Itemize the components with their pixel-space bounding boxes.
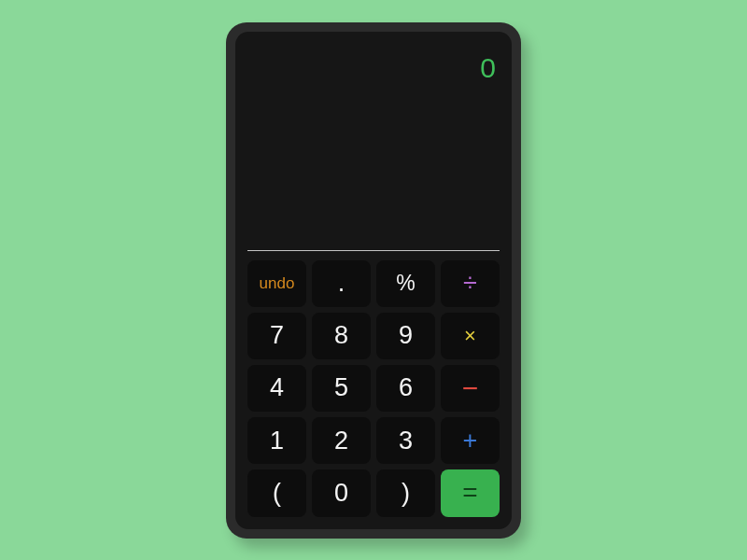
keypad: undo . % ÷ 7 8 9 × 4 5 6 − 1 2 3 + ( 0 )… [247,260,500,517]
undo-button[interactable]: undo [247,260,306,307]
digit-9-button[interactable]: 9 [376,313,435,359]
digit-2-button[interactable]: 2 [312,417,371,464]
close-paren-button[interactable]: ) [376,469,435,516]
minus-button[interactable]: − [441,365,500,412]
digit-4-button[interactable]: 4 [247,365,306,412]
equals-button[interactable]: = [441,469,500,516]
multiply-button[interactable]: × [441,313,500,359]
digit-7-button[interactable]: 7 [247,313,306,359]
display-area: 0 [247,45,500,251]
divide-button[interactable]: ÷ [441,260,500,307]
digit-3-button[interactable]: 3 [376,417,435,464]
plus-button[interactable]: + [441,417,500,464]
digit-5-button[interactable]: 5 [312,365,371,412]
decimal-button[interactable]: . [312,260,371,307]
calculator-panel: 0 undo . % ÷ 7 8 9 × 4 5 6 − 1 2 3 + ( 0… [235,32,512,529]
digit-8-button[interactable]: 8 [312,313,371,359]
open-paren-button[interactable]: ( [247,469,306,516]
digit-0-button[interactable]: 0 [312,469,371,516]
digit-1-button[interactable]: 1 [247,417,306,464]
calculator-device: 0 undo . % ÷ 7 8 9 × 4 5 6 − 1 2 3 + ( 0… [226,22,521,539]
percent-button[interactable]: % [376,260,435,307]
digit-6-button[interactable]: 6 [376,365,435,412]
display-value: 0 [480,52,496,84]
